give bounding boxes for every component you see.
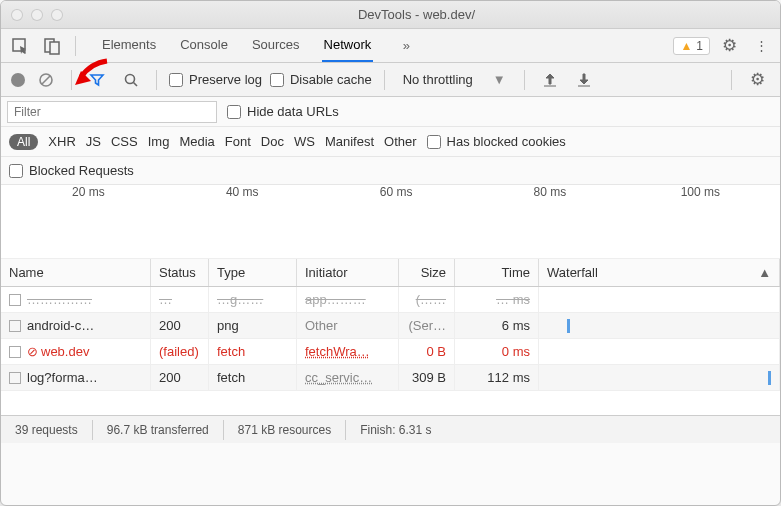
error-icon: ⊘ xyxy=(27,344,38,359)
chevron-down-icon: ▼ xyxy=(493,72,506,87)
status-resources: 871 kB resources xyxy=(234,423,335,437)
type-all[interactable]: All xyxy=(9,134,38,150)
warnings-badge[interactable]: ▲1 xyxy=(673,37,710,55)
type-ws[interactable]: WS xyxy=(294,134,315,149)
device-icon[interactable] xyxy=(39,33,65,59)
col-waterfall[interactable]: Waterfall▲ xyxy=(539,259,780,286)
status-requests: 39 requests xyxy=(11,423,82,437)
svg-line-6 xyxy=(134,82,138,86)
svg-rect-2 xyxy=(50,42,59,54)
settings-icon[interactable]: ⚙ xyxy=(716,33,742,59)
tab-network[interactable]: Network xyxy=(322,29,374,62)
panel-settings-icon[interactable]: ⚙ xyxy=(744,67,770,93)
status-bar: 39 requests 96.7 kB transferred 871 kB r… xyxy=(1,415,780,443)
tick-4: 80 ms xyxy=(472,185,626,205)
throttling-select[interactable]: No throttling▼ xyxy=(397,72,512,87)
table-row[interactable]: …………………g……app………(……… ms xyxy=(1,287,780,313)
hide-data-urls-checkbox[interactable]: Hide data URLs xyxy=(227,104,339,119)
tick-3: 60 ms xyxy=(319,185,473,205)
download-har-icon[interactable] xyxy=(571,67,597,93)
type-css[interactable]: CSS xyxy=(111,134,138,149)
hide-data-urls-label: Hide data URLs xyxy=(247,104,339,119)
col-status[interactable]: Status xyxy=(151,259,209,286)
zoom-dot[interactable] xyxy=(51,9,63,21)
throttling-label: No throttling xyxy=(403,72,473,87)
blocked-cookies-checkbox[interactable]: Has blocked cookies xyxy=(427,134,566,149)
type-js[interactable]: JS xyxy=(86,134,101,149)
preserve-log-checkbox[interactable]: Preserve log xyxy=(169,72,262,87)
blocked-requests-checkbox[interactable]: Blocked Requests xyxy=(9,163,134,178)
type-font[interactable]: Font xyxy=(225,134,251,149)
svg-line-4 xyxy=(42,76,50,84)
tab-console[interactable]: Console xyxy=(178,29,230,62)
timeline-overview[interactable]: 20 ms 40 ms 60 ms 80 ms 100 ms xyxy=(1,185,780,259)
col-type[interactable]: Type xyxy=(209,259,297,286)
table-row[interactable]: ⊘web.dev (failed) fetch fetchWra… 0 B 0 … xyxy=(1,339,780,365)
record-button[interactable] xyxy=(11,73,25,87)
tick-1: 20 ms xyxy=(1,185,165,205)
type-img[interactable]: Img xyxy=(148,134,170,149)
col-name[interactable]: Name xyxy=(1,259,151,286)
request-table-body: …………………g……app………(……… ms android-c… 200 p… xyxy=(1,287,780,415)
tick-2: 40 ms xyxy=(165,185,319,205)
tab-sources[interactable]: Sources xyxy=(250,29,302,62)
filter-icon[interactable] xyxy=(84,67,110,93)
inspect-icon[interactable] xyxy=(7,33,33,59)
close-dot[interactable] xyxy=(11,9,23,21)
col-initiator[interactable]: Initiator xyxy=(297,259,399,286)
type-media[interactable]: Media xyxy=(179,134,214,149)
clear-icon[interactable] xyxy=(33,67,59,93)
upload-har-icon[interactable] xyxy=(537,67,563,93)
col-size[interactable]: Size xyxy=(399,259,455,286)
warnings-count: 1 xyxy=(696,39,703,53)
main-tabbar: Elements Console Sources Network » ▲1 ⚙ … xyxy=(1,29,780,63)
network-toolbar: Preserve log Disable cache No throttling… xyxy=(1,63,780,97)
blocked-requests-row: Blocked Requests xyxy=(1,157,780,185)
window-titlebar: DevTools - web.dev/ xyxy=(1,1,780,29)
sort-icon: ▲ xyxy=(758,265,771,280)
preserve-log-label: Preserve log xyxy=(189,72,262,87)
filter-input[interactable] xyxy=(7,101,217,123)
kebab-icon[interactable]: ⋮ xyxy=(748,33,774,59)
status-transferred: 96.7 kB transferred xyxy=(103,423,213,437)
tab-elements[interactable]: Elements xyxy=(100,29,158,62)
blocked-requests-label: Blocked Requests xyxy=(29,163,134,178)
search-icon[interactable] xyxy=(118,67,144,93)
type-other[interactable]: Other xyxy=(384,134,417,149)
traffic-lights xyxy=(11,9,63,21)
window-title: DevTools - web.dev/ xyxy=(63,7,770,22)
minimize-dot[interactable] xyxy=(31,9,43,21)
col-time[interactable]: Time xyxy=(455,259,539,286)
disable-cache-label: Disable cache xyxy=(290,72,372,87)
type-doc[interactable]: Doc xyxy=(261,134,284,149)
filter-row: Hide data URLs xyxy=(1,97,780,127)
table-row[interactable]: log?forma… 200 fetch cc_servic… 309 B 11… xyxy=(1,365,780,391)
type-xhr[interactable]: XHR xyxy=(48,134,75,149)
table-row[interactable]: android-c… 200 png Other (Ser… 6 ms xyxy=(1,313,780,339)
warning-icon: ▲ xyxy=(680,39,692,53)
type-manifest[interactable]: Manifest xyxy=(325,134,374,149)
table-header: Name Status Type Initiator Size Time Wat… xyxy=(1,259,780,287)
type-filter-row: All XHR JS CSS Img Media Font Doc WS Man… xyxy=(1,127,780,157)
disable-cache-checkbox[interactable]: Disable cache xyxy=(270,72,372,87)
blocked-cookies-label: Has blocked cookies xyxy=(447,134,566,149)
tick-5: 100 ms xyxy=(626,185,780,205)
svg-point-5 xyxy=(126,74,135,83)
more-tabs-icon[interactable]: » xyxy=(393,33,419,59)
status-finish: Finish: 6.31 s xyxy=(356,423,435,437)
